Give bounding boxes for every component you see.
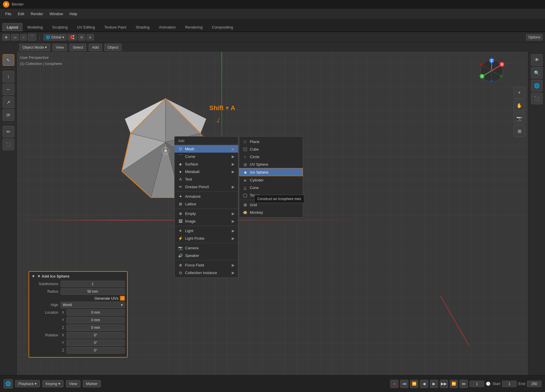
ctx-empty[interactable]: ⊕ Empty ▶ [175, 210, 238, 217]
viewport[interactable]: User Perspective (1) Collection | Icosph… [17, 52, 528, 375]
subdivisions-input[interactable] [61, 281, 125, 287]
tab-compositing[interactable]: Compositing [208, 23, 237, 31]
zoom-in-btn[interactable]: + [514, 87, 525, 98]
global-transform-btn[interactable]: 🌐 Global ▾ [43, 34, 66, 40]
ctx-speaker[interactable]: 🔊 Speaker [175, 252, 238, 259]
transform-tool-btn[interactable]: ⟳ [3, 109, 14, 121]
select-menu[interactable]: Select [69, 44, 86, 51]
ctx-light-probe[interactable]: ⚡ Light Probe ▶ [175, 234, 238, 242]
measure-btn[interactable]: ⬛ [3, 139, 14, 150]
menu-file[interactable]: File [2, 10, 14, 17]
options-btn[interactable]: Options [526, 34, 543, 40]
location-y-input[interactable] [66, 317, 125, 323]
ctx-light[interactable]: ☀ Light ▶ [175, 227, 238, 234]
align-dropdown[interactable]: World ▾ [61, 302, 125, 308]
radius-input[interactable] [61, 288, 125, 295]
viewport-shading-2[interactable]: 🔍 [531, 67, 543, 79]
prev-frame-btn[interactable]: ◀ [420, 380, 428, 388]
viewport-display[interactable]: ⬛ [531, 93, 543, 104]
annotate-btn[interactable]: ✏ [3, 126, 14, 137]
frame-current-input[interactable] [470, 381, 484, 387]
location-x-input[interactable] [66, 309, 125, 316]
ctx-armature[interactable]: ✦ Armature [175, 193, 238, 200]
tab-rendering[interactable]: Rendering [181, 23, 207, 31]
marker-btn[interactable]: Marker [83, 380, 101, 387]
ctx-image[interactable]: 🖼 Image ▶ [175, 217, 238, 225]
ctx-camera[interactable]: 📷 Camera [175, 244, 238, 252]
menu-edit[interactable]: Edit [15, 10, 27, 17]
playback-btn[interactable]: Playback ▾ [15, 380, 40, 387]
tab-sculpting[interactable]: Sculpting [48, 23, 72, 31]
ctx-surface[interactable]: ◈ Surface ▶ [175, 160, 238, 168]
move-tool-btn[interactable]: ↕ [3, 71, 14, 82]
bottom-globe-icon[interactable]: 🌐 [3, 379, 13, 389]
record-btn[interactable]: ● [390, 380, 398, 388]
jump-start-btn[interactable]: ⏮ [400, 380, 408, 388]
start-label: Start [492, 382, 500, 386]
ctx-collection-instance[interactable]: ⊙ Collection Instance ▶ [175, 269, 238, 276]
mesh-cone[interactable]: △ Cone [239, 184, 303, 191]
mesh-uv-sphere[interactable]: ◎ UV Sphere [239, 160, 303, 168]
menu-window[interactable]: Window [47, 10, 66, 17]
ctx-curve[interactable]: ⌒ Curve ▶ [175, 153, 238, 160]
start-frame-input[interactable] [502, 381, 517, 387]
end-frame-input[interactable] [527, 381, 542, 387]
light-icon: ☀ [178, 228, 183, 233]
select-tool-btn[interactable]: ↖ [3, 54, 14, 66]
pan-btn[interactable]: ✋ [514, 100, 525, 111]
mesh-cylinder[interactable]: ⌀ Cylinder [239, 176, 303, 184]
menu-help[interactable]: Help [66, 10, 80, 17]
ctx-grease-pencil[interactable]: ✏ Grease Pencil ▶ [175, 183, 238, 190]
falloff-btn[interactable]: ∧ [87, 34, 94, 40]
ctx-metaball[interactable]: ● Metaball ▶ [175, 168, 238, 175]
tab-layout[interactable]: Layout [2, 23, 22, 31]
scale-tool-btn[interactable]: ↗ [3, 96, 14, 108]
tab-texture-paint[interactable]: Texture Paint [100, 23, 131, 31]
monkey-icon: 🐵 [243, 210, 247, 215]
view-menu[interactable]: View [52, 44, 67, 51]
mesh-circle[interactable]: ○ Circle [239, 153, 303, 160]
ctx-mesh[interactable]: ▽ Mesh ▶ [175, 145, 238, 153]
object-mode-dropdown[interactable]: Object Mode ▾ [19, 44, 50, 51]
snap-btn[interactable]: 🧲 [68, 34, 77, 40]
ctx-lattice[interactable]: ⊞ Lattice [175, 200, 238, 208]
object-menu[interactable]: Object [104, 44, 122, 51]
panel-title: ▼ ▼ Add Ico Sphere [31, 274, 125, 278]
proportional-btn[interactable]: ⊙ [78, 34, 85, 40]
ctx-force-field[interactable]: ⊛ Force Field ▶ [175, 261, 238, 269]
tab-shading[interactable]: Shading [131, 23, 154, 31]
select-circle-btn[interactable]: ○ [20, 34, 27, 40]
location-z-input[interactable] [66, 324, 125, 331]
next-frame-btn[interactable]: ▶▶ [440, 380, 448, 388]
add-menu-btn[interactable]: Add [89, 44, 102, 51]
viewport-gizmo[interactable]: Z X Y [479, 58, 505, 84]
rotation-z-input[interactable] [66, 347, 125, 354]
jump-end-btn[interactable]: ⏭ [460, 380, 468, 388]
rotation-y-input[interactable] [66, 340, 125, 346]
rotate-tool-btn[interactable]: ↔ [3, 84, 14, 95]
select-box-btn[interactable]: ▭ [11, 34, 19, 40]
tab-uv-editing[interactable]: UV Editing [73, 23, 99, 31]
mesh-plane[interactable]: □ Plane [239, 138, 303, 145]
mesh-ico-sphere[interactable]: ◈ Ico Sphere [239, 168, 303, 176]
menu-render[interactable]: Render [28, 10, 46, 17]
mesh-monkey[interactable]: 🐵 Monkey [239, 209, 303, 216]
viewport-shading-1[interactable]: 👁 [531, 54, 543, 66]
play-btn[interactable]: ▶ [430, 380, 438, 388]
panel-collapse-icon[interactable]: ▼ [31, 274, 35, 278]
tab-modeling[interactable]: Modeling [23, 23, 47, 31]
mesh-cube[interactable]: ⬛ Cube [239, 145, 303, 153]
viewport-overlays[interactable]: 🌐 [531, 80, 543, 91]
keying-btn[interactable]: Keying ▾ [42, 380, 63, 387]
prev-keyframe-btn[interactable]: ⏪ [410, 380, 418, 388]
view-btn[interactable]: View [66, 380, 80, 387]
generate-uvs-checkbox[interactable]: ✓ [120, 296, 125, 301]
camera-view-btn[interactable]: 📷 [514, 112, 525, 124]
transform-mode-btn[interactable]: ⊕ [2, 34, 10, 40]
ctx-text[interactable]: A Text [175, 175, 238, 183]
next-keyframe-btn[interactable]: ⏩ [450, 380, 458, 388]
tab-animation[interactable]: Animation [154, 23, 180, 31]
frame-selected-btn[interactable]: ⊞ [514, 125, 525, 137]
select-lasso-btn[interactable]: ⌒ [28, 33, 36, 41]
rotation-x-input[interactable] [66, 332, 125, 338]
